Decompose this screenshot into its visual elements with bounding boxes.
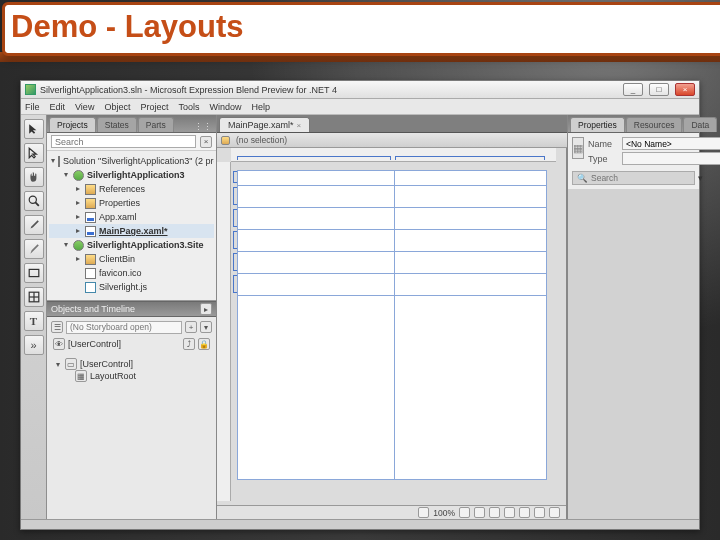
annotations-icon[interactable] <box>504 507 515 518</box>
tree-solution[interactable]: Solution "SilverlightApplication3" (2 pr… <box>49 154 214 168</box>
search-icon: 🔍 <box>577 173 588 183</box>
tree-mainpage[interactable]: MainPage.xaml* <box>49 224 214 238</box>
app-footer <box>21 519 699 529</box>
storyboard-more-icon[interactable]: ▾ <box>200 321 212 333</box>
element-icon: ▭ <box>65 358 77 370</box>
toolbox: T » <box>21 115 47 519</box>
selection-preview-icon: ▦ <box>572 137 584 159</box>
menu-tools[interactable]: Tools <box>178 102 199 112</box>
zoom-level[interactable]: 100% <box>433 508 455 518</box>
direct-select-tool[interactable] <box>24 143 44 163</box>
lock-icon[interactable]: 🔒 <box>198 338 210 350</box>
asset-tool[interactable]: » <box>24 335 44 355</box>
grid-snap-icon[interactable] <box>474 507 485 518</box>
zoom-fit-icon[interactable] <box>418 507 429 518</box>
eyedropper-tool[interactable] <box>24 215 44 235</box>
properties-search-input[interactable] <box>591 173 698 183</box>
right-panel-tabs: Properties Resources Data ⋮⋮ <box>568 115 699 133</box>
storyboard-new-icon[interactable]: ☰ <box>51 321 63 333</box>
menu-object[interactable]: Object <box>104 102 130 112</box>
zoom-actual-icon[interactable] <box>459 507 470 518</box>
close-icon[interactable]: × <box>297 121 302 130</box>
design-surface[interactable] <box>237 170 547 480</box>
tab-states[interactable]: States <box>97 117 137 132</box>
project-search-input[interactable] <box>51 135 196 148</box>
tab-projects[interactable]: Projects <box>49 117 96 132</box>
ruler-top <box>231 148 556 162</box>
storyboard-add-icon[interactable]: + <box>185 321 197 333</box>
storyboard-picker[interactable] <box>66 321 182 334</box>
menu-view[interactable]: View <box>75 102 94 112</box>
tree-favicon[interactable]: favicon.ico <box>49 266 214 280</box>
slide-title: Demo - Layouts <box>2 2 720 56</box>
doc-tab-mainpage[interactable]: MainPage.xaml*× <box>219 117 310 132</box>
menu-help[interactable]: Help <box>251 102 270 112</box>
type-input[interactable] <box>622 152 720 165</box>
objects-timeline-panel: ☰ + ▾ 👁 [UserControl] ⤴ 🔒 ▭ [UserControl… <box>47 317 216 519</box>
app-icon <box>25 84 36 95</box>
obj-layoutroot[interactable]: ▦ LayoutRoot <box>51 370 212 382</box>
obj-usercontrol[interactable]: ▭ [UserControl] <box>51 358 212 370</box>
snap-lines-icon[interactable] <box>489 507 500 518</box>
brush-tool[interactable] <box>24 239 44 259</box>
name-label: Name <box>588 139 618 149</box>
tree-proj-silverlight[interactable]: SilverlightApplication3 <box>49 168 214 182</box>
properties-search[interactable]: 🔍 ▾ <box>572 171 695 185</box>
svg-rect-2 <box>29 269 39 276</box>
search-clear-icon[interactable]: × <box>200 136 212 148</box>
close-button[interactable]: × <box>675 83 695 96</box>
pan-tool[interactable] <box>24 167 44 187</box>
tree-proj-site[interactable]: SilverlightApplication3.Site <box>49 238 214 252</box>
rectangle-tool[interactable] <box>24 263 44 283</box>
tab-parts[interactable]: Parts <box>138 117 174 132</box>
split-view-icon[interactable] <box>534 507 545 518</box>
type-label: Type <box>588 154 618 164</box>
xaml-view-icon[interactable] <box>549 507 560 518</box>
menu-bar: File Edit View Object Project Tools Wind… <box>21 99 699 115</box>
designer-status-bar: 100% <box>217 505 566 519</box>
tree-clientbin[interactable]: ClientBin <box>49 252 214 266</box>
selection-label: (no selection) <box>236 135 287 145</box>
design-canvas[interactable]: 100% <box>217 148 567 519</box>
svg-line-1 <box>35 202 39 206</box>
window-title: SilverlightApplication3.sln - Microsoft … <box>40 85 617 95</box>
chevron-down-icon[interactable]: ▾ <box>698 173 703 183</box>
tree-appxaml[interactable]: App.xaml <box>49 210 214 224</box>
design-view-icon[interactable] <box>519 507 530 518</box>
visibility-icon[interactable]: 👁 <box>53 338 65 350</box>
obj-root[interactable]: 👁 [UserControl] ⤴ 🔒 <box>51 338 212 350</box>
tab-resources[interactable]: Resources <box>626 117 683 132</box>
minimize-button[interactable]: _ <box>623 83 643 96</box>
tab-data[interactable]: Data <box>683 117 717 132</box>
expression-blend-window: SilverlightApplication3.sln - Microsoft … <box>20 80 700 530</box>
menu-file[interactable]: File <box>25 102 40 112</box>
menu-project[interactable]: Project <box>140 102 168 112</box>
tab-properties[interactable]: Properties <box>570 117 625 132</box>
objects-timeline-header[interactable]: Objects and Timeline ▸ <box>47 301 216 317</box>
menu-window[interactable]: Window <box>209 102 241 112</box>
tree-sljs[interactable]: Silverlight.js <box>49 280 214 294</box>
selection-tool[interactable] <box>24 119 44 139</box>
timeline-collapse-icon[interactable]: ▸ <box>200 303 212 315</box>
lock-icon[interactable] <box>221 136 230 145</box>
name-input[interactable] <box>622 137 720 150</box>
grid-tool[interactable] <box>24 287 44 307</box>
tree-references[interactable]: References <box>49 182 214 196</box>
menu-edit[interactable]: Edit <box>50 102 66 112</box>
tree-properties[interactable]: Properties <box>49 196 214 210</box>
document-tabs: MainPage.xaml*× <box>217 115 567 133</box>
text-tool[interactable]: T <box>24 311 44 331</box>
grid-icon: ▦ <box>75 370 87 382</box>
designer-toolbar: (no selection) <box>217 133 567 148</box>
scope-up-icon[interactable]: ⤴ <box>183 338 195 350</box>
maximize-button[interactable]: □ <box>649 83 669 96</box>
panel-grip-icon[interactable]: ⋮⋮ <box>194 122 212 132</box>
window-titlebar[interactable]: SilverlightApplication3.sln - Microsoft … <box>21 81 699 99</box>
left-panel-tabs: Projects States Parts ⋮⋮ <box>47 115 216 133</box>
solution-explorer: Solution "SilverlightApplication3" (2 pr… <box>47 151 216 300</box>
ruler-left <box>217 162 231 501</box>
properties-panel: ▦ Name Type 🔍 <box>568 133 699 189</box>
zoom-tool[interactable] <box>24 191 44 211</box>
